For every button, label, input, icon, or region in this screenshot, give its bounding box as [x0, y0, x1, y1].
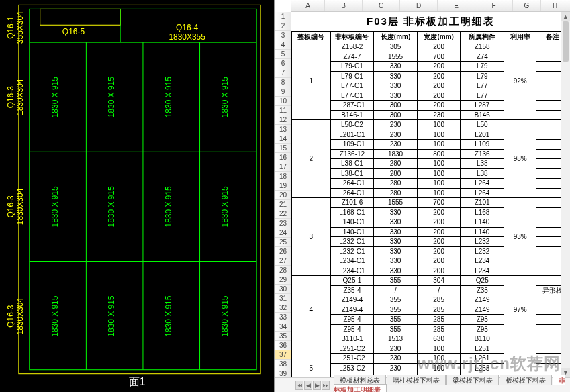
tab-nav-next-icon[interactable]: ▶: [313, 381, 321, 390]
row-header[interactable]: 17: [275, 162, 291, 172]
data-cell[interactable]: L77: [461, 91, 504, 101]
data-cell[interactable]: 200: [417, 207, 461, 217]
row-header[interactable]: 31: [275, 294, 291, 303]
data-cell[interactable]: Z74: [461, 52, 504, 62]
data-cell[interactable]: 200: [417, 62, 461, 72]
data-cell[interactable]: 100: [417, 344, 461, 354]
data-cell[interactable]: 330: [374, 91, 418, 101]
cad-viewport[interactable]: Q16-5 Q16-4 1830X355 Q16-1 355X304 Q16-3…: [0, 0, 275, 392]
row-header[interactable]: 39: [275, 369, 291, 377]
data-cell[interactable]: L253-C2: [330, 363, 374, 373]
data-cell[interactable]: 230: [374, 344, 418, 354]
data-cell[interactable]: Z35-4: [330, 285, 374, 295]
util-cell[interactable]: 92%: [504, 42, 536, 120]
data-cell[interactable]: 1513: [374, 334, 418, 344]
data-cell[interactable]: 200: [417, 256, 461, 266]
table-row[interactable]: 4Q25-1355304Q2597%: [292, 276, 569, 286]
data-cell[interactable]: L77: [461, 81, 504, 91]
data-cell[interactable]: L251: [461, 344, 504, 354]
row-header[interactable]: 35: [275, 332, 291, 341]
data-cell[interactable]: Q25-1: [330, 276, 374, 286]
data-cell[interactable]: 330: [374, 62, 418, 72]
row-headers[interactable]: 1234567891011121314151617181920212223242…: [275, 12, 291, 377]
data-cell[interactable]: 285: [417, 324, 461, 334]
row-header[interactable]: 14: [275, 134, 291, 144]
data-cell[interactable]: 330: [374, 256, 418, 266]
data-cell[interactable]: 200: [417, 266, 461, 276]
data-cell[interactable]: 200: [417, 81, 461, 91]
data-cell[interactable]: 100: [417, 140, 461, 150]
row-header[interactable]: 23: [275, 219, 291, 228]
data-cell[interactable]: Z74-7: [330, 52, 374, 62]
row-header[interactable]: 7: [275, 68, 291, 78]
data-cell[interactable]: 355: [374, 295, 418, 305]
data-cell[interactable]: Z158: [461, 42, 504, 52]
data-cell[interactable]: B146-1: [330, 110, 374, 120]
data-cell[interactable]: 100: [417, 120, 461, 130]
row-header[interactable]: 11: [275, 106, 291, 115]
scroll-thumb[interactable]: [563, 21, 569, 62]
row-header[interactable]: 19: [275, 181, 291, 191]
data-cell[interactable]: 100: [417, 188, 461, 198]
data-cell[interactable]: Z149-4: [330, 305, 374, 315]
data-cell[interactable]: Z95: [461, 324, 504, 334]
data-cell[interactable]: 630: [417, 334, 461, 344]
col-header[interactable]: C: [363, 0, 400, 11]
data-cell[interactable]: L168: [461, 207, 504, 217]
data-cell[interactable]: Z136: [461, 149, 504, 159]
data-cell[interactable]: L234-C1: [330, 256, 374, 266]
data-cell[interactable]: L232: [461, 246, 504, 256]
data-cell[interactable]: L168-C1: [330, 207, 374, 217]
data-cell[interactable]: L79-C1: [330, 71, 374, 81]
table-header-cell[interactable]: 非标板编号: [330, 32, 374, 42]
data-cell[interactable]: Z101-6: [330, 198, 374, 208]
table-row[interactable]: 2L50-C2230100L5098%: [292, 120, 569, 130]
data-cell[interactable]: 285: [417, 315, 461, 325]
vertical-scrollbar[interactable]: ▲ ▼: [561, 12, 570, 377]
data-cell[interactable]: Z149: [461, 295, 504, 305]
row-header[interactable]: 5: [275, 50, 291, 59]
data-cell[interactable]: L77-C1: [330, 91, 374, 101]
row-header[interactable]: 4: [275, 40, 291, 50]
data-cell[interactable]: L109: [461, 140, 504, 150]
data-cell[interactable]: L140-C1: [330, 227, 374, 237]
row-header[interactable]: 29: [275, 275, 291, 285]
data-cell[interactable]: 355: [374, 305, 418, 315]
data-cell[interactable]: 330: [374, 217, 418, 228]
data-cell[interactable]: 230: [417, 110, 461, 120]
util-cell[interactable]: 98%: [504, 120, 536, 198]
data-cell[interactable]: Z95: [461, 315, 504, 325]
row-header[interactable]: 15: [275, 144, 291, 153]
data-cell[interactable]: L253: [461, 363, 504, 373]
data-cell[interactable]: 100: [417, 159, 461, 169]
data-cell[interactable]: 200: [417, 237, 461, 247]
data-cell[interactable]: /: [417, 285, 461, 295]
data-cell[interactable]: Z149-4: [330, 295, 374, 305]
util-cell[interactable]: [504, 344, 536, 377]
scroll-up-icon[interactable]: ▲: [561, 12, 570, 21]
data-cell[interactable]: 330: [374, 71, 418, 81]
data-cell[interactable]: L232-C1: [330, 237, 374, 247]
table-header-cell[interactable]: 长度(mm): [374, 32, 418, 42]
row-header[interactable]: 2: [275, 21, 291, 31]
table-header-cell[interactable]: 宽度(mm): [417, 32, 461, 42]
col-header[interactable]: B: [325, 0, 363, 11]
data-cell[interactable]: 330: [374, 266, 418, 276]
data-cell[interactable]: L50-C2: [330, 120, 374, 130]
data-cell[interactable]: 285: [417, 295, 461, 305]
data-cell[interactable]: 200: [417, 42, 461, 52]
col-header[interactable]: E: [438, 0, 475, 11]
column-headers[interactable]: A B C D E F G H: [291, 0, 570, 12]
data-cell[interactable]: 230: [374, 363, 418, 373]
data-cell[interactable]: Z149: [461, 305, 504, 315]
table-row[interactable]: 1Z158-2305200Z15892%: [292, 42, 569, 52]
data-cell[interactable]: L38: [461, 159, 504, 169]
data-cell[interactable]: L38-C1: [330, 168, 374, 179]
data-cell[interactable]: B110-1: [330, 334, 374, 344]
data-cell[interactable]: 330: [374, 237, 418, 247]
row-header[interactable]: 1: [275, 12, 291, 21]
row-header[interactable]: 38: [275, 360, 291, 369]
data-cell[interactable]: 230: [374, 140, 418, 150]
group-index-cell[interactable]: 2: [292, 120, 331, 198]
data-cell[interactable]: Z35: [461, 285, 504, 295]
